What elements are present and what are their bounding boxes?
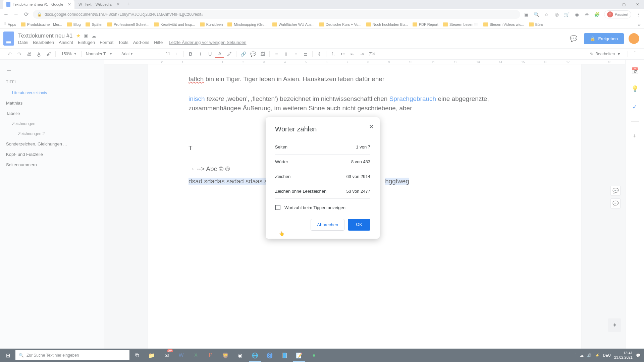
stat-row-chars-no-spaces: Zeichen ohne Leerzeichen53 von 2477 bbox=[275, 184, 370, 199]
dialog-title: Wörter zählen bbox=[275, 125, 370, 133]
mouse-cursor-icon: 👆 bbox=[279, 231, 284, 236]
ok-button[interactable]: OK bbox=[348, 219, 370, 231]
stat-row-pages: Seiten1 von 7 bbox=[275, 140, 370, 155]
dialog-close-button[interactable]: ✕ bbox=[369, 123, 374, 130]
stat-row-words: Wörter8 von 483 bbox=[275, 155, 370, 169]
stat-row-chars: Zeichen63 von 2914 bbox=[275, 169, 370, 184]
show-while-typing-checkbox[interactable]: Wortzahl beim Tippen anzeigen bbox=[275, 199, 370, 214]
checkbox-label: Wortzahl beim Tippen anzeigen bbox=[284, 205, 345, 210]
cancel-button[interactable]: Abbrechen bbox=[311, 219, 344, 231]
word-count-dialog: Wörter zählen ✕ Seiten1 von 7 Wörter8 vo… bbox=[266, 117, 380, 239]
checkbox-icon[interactable] bbox=[275, 205, 280, 210]
